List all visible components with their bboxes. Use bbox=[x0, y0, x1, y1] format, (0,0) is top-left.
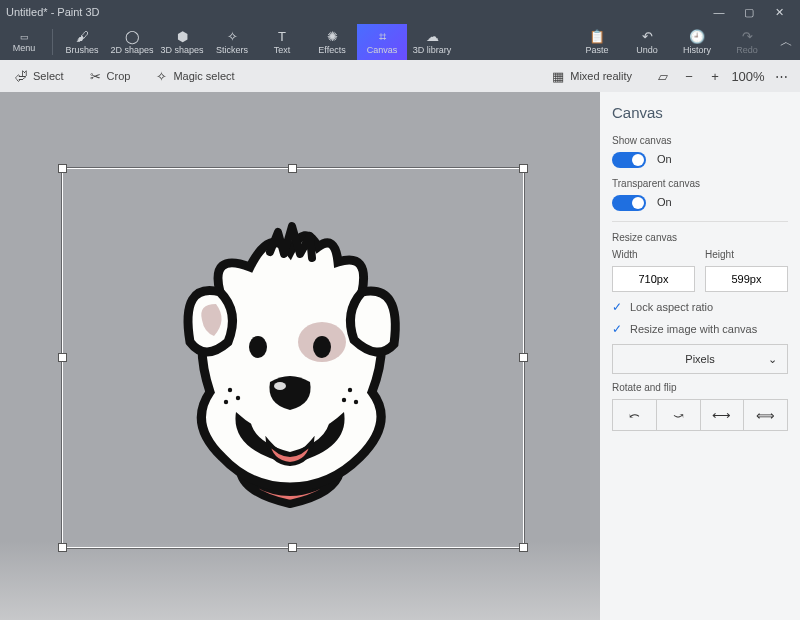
tool-label: History bbox=[683, 45, 711, 55]
ribbon: ▭ Menu 🖌 Brushes ◯ 2D shapes ⬢ 3D shapes… bbox=[0, 24, 800, 60]
rotate-right-icon: ⤻ bbox=[673, 408, 684, 423]
tool-3d-shapes[interactable]: ⬢ 3D shapes bbox=[157, 24, 207, 60]
resize-handle-top-middle[interactable] bbox=[288, 164, 297, 173]
tool-label: 3D shapes bbox=[160, 45, 203, 55]
canvas-icon: ⌗ bbox=[379, 29, 386, 44]
magic-select-tool[interactable]: ✧ Magic select bbox=[148, 65, 242, 88]
panel-divider bbox=[612, 221, 788, 222]
resize-handle-middle-left[interactable] bbox=[58, 353, 67, 362]
rotate-right-button[interactable]: ⤻ bbox=[657, 399, 701, 431]
collapse-ribbon-button[interactable]: ︿ bbox=[772, 24, 800, 60]
more-button[interactable]: ⋯ bbox=[768, 63, 794, 89]
selection-box[interactable] bbox=[62, 168, 524, 548]
tool-brushes[interactable]: 🖌 Brushes bbox=[57, 24, 107, 60]
resize-handle-bottom-right[interactable] bbox=[519, 543, 528, 552]
close-button[interactable]: ✕ bbox=[764, 2, 794, 22]
2d-shapes-icon: ◯ bbox=[125, 29, 140, 44]
tool-stickers[interactable]: ✧ Stickers bbox=[207, 24, 257, 60]
resize-handle-top-right[interactable] bbox=[519, 164, 528, 173]
resize-handle-top-left[interactable] bbox=[58, 164, 67, 173]
resize-handle-bottom-middle[interactable] bbox=[288, 543, 297, 552]
flip-vertical-icon: ⟺ bbox=[756, 408, 775, 423]
flip-horizontal-icon: ⟷ bbox=[712, 408, 731, 423]
select-tool[interactable]: ⮰ Select bbox=[6, 65, 72, 88]
cursor-icon: ⮰ bbox=[14, 69, 27, 84]
magic-select-icon: ✧ bbox=[156, 69, 167, 84]
width-input[interactable] bbox=[612, 266, 695, 292]
window-title: Untitled* - Paint 3D bbox=[6, 6, 704, 18]
lock-aspect-ratio-checkbox[interactable]: ✓ Lock aspect ratio bbox=[612, 300, 788, 314]
ribbon-divider bbox=[52, 29, 53, 55]
magic-label: Magic select bbox=[173, 70, 234, 82]
content-area: Canvas Show canvas On Transparent canvas… bbox=[0, 92, 800, 620]
check-icon: ✓ bbox=[612, 322, 622, 336]
canvas-viewport[interactable] bbox=[0, 92, 600, 620]
undo-button[interactable]: ↶ Undo bbox=[622, 24, 672, 60]
menu-icon: ▭ bbox=[20, 32, 29, 42]
brushes-icon: 🖌 bbox=[76, 29, 89, 44]
paste-button[interactable]: 📋 Paste bbox=[572, 24, 622, 60]
show-canvas-state: On bbox=[657, 153, 672, 165]
units-select[interactable]: Pixels bbox=[612, 344, 788, 374]
tool-label: Brushes bbox=[65, 45, 98, 55]
3d-library-icon: ☁ bbox=[426, 29, 439, 44]
resize-handle-bottom-left[interactable] bbox=[58, 543, 67, 552]
rotate-flip-label: Rotate and flip bbox=[612, 382, 788, 393]
show-canvas-label: Show canvas bbox=[612, 135, 788, 146]
undo-icon: ↶ bbox=[642, 29, 653, 44]
resize-canvas-label: Resize canvas bbox=[612, 232, 788, 243]
text-icon: T bbox=[278, 29, 286, 44]
panel-title: Canvas bbox=[612, 104, 788, 121]
tool-3d-library[interactable]: ☁ 3D library bbox=[407, 24, 457, 60]
tool-2d-shapes[interactable]: ◯ 2D shapes bbox=[107, 24, 157, 60]
minimize-button[interactable]: — bbox=[704, 2, 734, 22]
history-icon: 🕘 bbox=[689, 29, 705, 44]
crop-tool[interactable]: ✂ Crop bbox=[82, 65, 139, 88]
show-canvas-toggle[interactable] bbox=[612, 152, 646, 168]
crop-label: Crop bbox=[107, 70, 131, 82]
secondary-toolbar: ⮰ Select ✂ Crop ✧ Magic select ▦ Mixed r… bbox=[0, 60, 800, 92]
stickers-icon: ✧ bbox=[227, 29, 238, 44]
tool-label: 2D shapes bbox=[110, 45, 153, 55]
tool-label: 3D library bbox=[413, 45, 452, 55]
menu-label: Menu bbox=[13, 43, 36, 53]
resize-with-canvas-checkbox[interactable]: ✓ Resize image with canvas bbox=[612, 322, 788, 336]
tool-label: Canvas bbox=[367, 45, 398, 55]
transparent-canvas-toggle[interactable] bbox=[612, 195, 646, 211]
crop-icon: ✂ bbox=[90, 69, 101, 84]
menu-button[interactable]: ▭ Menu bbox=[0, 24, 48, 60]
flip-horizontal-button[interactable]: ⟷ bbox=[701, 399, 745, 431]
tool-label: Redo bbox=[736, 45, 758, 55]
3d-shapes-icon: ⬢ bbox=[177, 29, 188, 44]
canvas-panel: Canvas Show canvas On Transparent canvas… bbox=[600, 92, 800, 620]
tool-label: Text bbox=[274, 45, 291, 55]
view-mode-button[interactable]: ▱ bbox=[650, 63, 676, 89]
tool-label: Paste bbox=[585, 45, 608, 55]
zoom-out-button[interactable]: − bbox=[676, 63, 702, 89]
transparent-canvas-label: Transparent canvas bbox=[612, 178, 788, 189]
history-button[interactable]: 🕘 History bbox=[672, 24, 722, 60]
tool-effects[interactable]: ✺ Effects bbox=[307, 24, 357, 60]
units-value: Pixels bbox=[685, 353, 714, 365]
mixed-reality-icon: ▦ bbox=[552, 69, 564, 84]
zoom-level[interactable]: 100% bbox=[728, 63, 768, 89]
mixed-reality-tool[interactable]: ▦ Mixed reality bbox=[544, 65, 640, 88]
tool-text[interactable]: T Text bbox=[257, 24, 307, 60]
select-label: Select bbox=[33, 70, 64, 82]
height-input[interactable] bbox=[705, 266, 788, 292]
height-label: Height bbox=[705, 249, 788, 260]
tool-label: Undo bbox=[636, 45, 658, 55]
maximize-button[interactable]: ▢ bbox=[734, 2, 764, 22]
flip-vertical-button[interactable]: ⟺ bbox=[744, 399, 788, 431]
tool-canvas[interactable]: ⌗ Canvas bbox=[357, 24, 407, 60]
paste-icon: 📋 bbox=[589, 29, 605, 44]
rotate-left-icon: ⤺ bbox=[629, 408, 640, 423]
zoom-in-button[interactable]: + bbox=[702, 63, 728, 89]
redo-button[interactable]: ↷ Redo bbox=[722, 24, 772, 60]
redo-icon: ↷ bbox=[742, 29, 753, 44]
rotate-left-button[interactable]: ⤺ bbox=[612, 399, 657, 431]
tool-label: Effects bbox=[318, 45, 345, 55]
transparent-canvas-state: On bbox=[657, 196, 672, 208]
width-label: Width bbox=[612, 249, 695, 260]
resize-handle-middle-right[interactable] bbox=[519, 353, 528, 362]
